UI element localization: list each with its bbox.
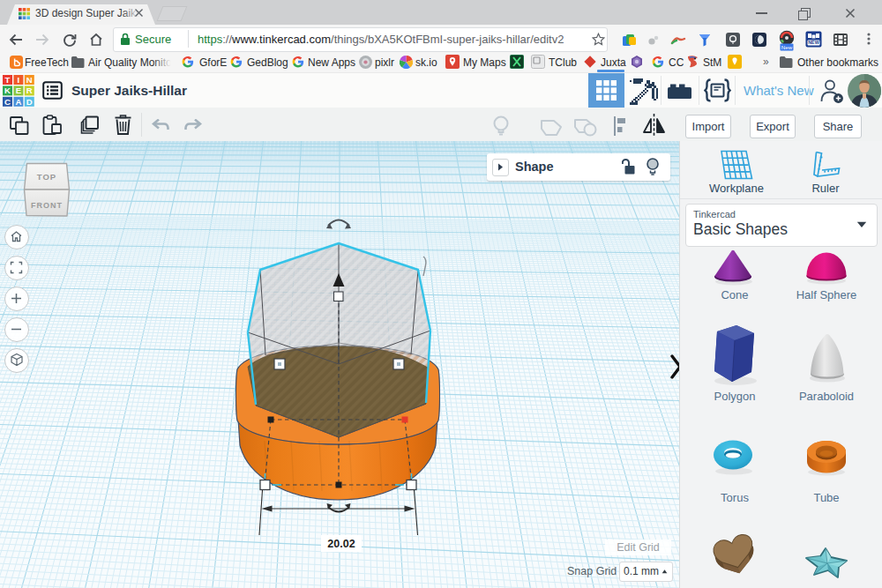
svg-text:C: C (4, 97, 11, 107)
svg-text:N: N (26, 75, 33, 85)
svg-text:A: A (15, 97, 21, 107)
svg-text:D: D (26, 97, 33, 107)
svg-text:20.02: 20.02 (327, 538, 355, 550)
svg-text:NEW: NEW (808, 40, 819, 45)
svg-text:T: T (5, 75, 11, 85)
svg-text:E: E (16, 86, 22, 95)
svg-text:New: New (781, 44, 793, 50)
svg-text:TOP: TOP (37, 172, 56, 182)
svg-text:R: R (26, 86, 33, 95)
svg-text:I: I (18, 75, 20, 85)
svg-text:K: K (4, 86, 11, 95)
svg-text:FRONT: FRONT (31, 201, 63, 210)
